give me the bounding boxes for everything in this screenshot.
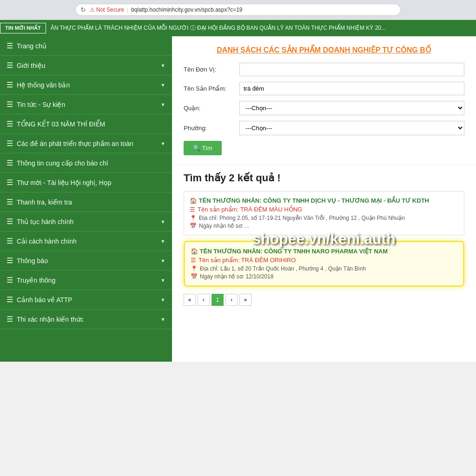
page-current-btn[interactable]: 1: [212, 294, 224, 306]
sidebar-item-3[interactable]: ☰ Tin tức - Sự kiện ▼: [0, 95, 172, 114]
sidebar-item-12[interactable]: ☰ Truyền thông ▼: [0, 271, 172, 290]
sidebar-item-left-12: ☰ Truyền thông: [7, 276, 55, 284]
don-vi-row: Tên Đơn Vị:: [184, 63, 464, 76]
sidebar-item-left-0: ☰ Trang chủ: [7, 41, 46, 50]
menu-icon-9: ☰: [7, 217, 13, 226]
sidebar-item-7[interactable]: ☰ Thư mời - Tài liệu Hội nghị, Họp: [0, 173, 172, 192]
chevron-icon-3: ▼: [160, 102, 165, 107]
pagination: « ‹ 1 › »: [184, 294, 464, 306]
sidebar-item-1[interactable]: ☰ Giới thiệu ▼: [0, 56, 172, 75]
result-product-0: ☰ Tên sản phẩm: TRÀ ĐÊM MÀU HỒNG: [190, 206, 458, 213]
sidebar-item-left-4: ☰ TỔNG KẾT 03 NĂM THÍ ĐIỂM: [7, 119, 105, 128]
sidebar-item-0[interactable]: ☰ Trang chủ: [0, 36, 172, 56]
menu-icon-13: ☰: [7, 295, 13, 304]
phuong-select[interactable]: ---Chọn---: [239, 121, 464, 135]
menu-icon-6: ☰: [7, 159, 13, 167]
sidebar-item-label-12: Truyền thông: [17, 277, 55, 284]
sidebar-item-11[interactable]: ☰ Thông báo ▼: [0, 251, 172, 271]
sidebar-item-5[interactable]: ☰ Các đề án phát triển thực phầm an toàn…: [0, 134, 172, 153]
san-pham-input[interactable]: [239, 82, 464, 95]
result-merchant-0: 🏠 TÊN THƯƠNG NHÂN: CÔNG TY TNHH DỊCH VỤ …: [190, 197, 458, 204]
sidebar-item-8[interactable]: ☰ Thanh tra, kiểm tra: [0, 192, 172, 212]
result-merchant-1: 🏠 TÊN THƯƠNG NHÂN: CÔNG TY TNHH NARO PHA…: [191, 248, 457, 255]
list-icon-0: ☰: [190, 206, 195, 213]
menu-icon-10: ☰: [7, 237, 13, 245]
result-card-1: 🏠 TÊN THƯƠNG NHÂN: CÔNG TY TNHH NARO PHA…: [184, 241, 464, 287]
sidebar-item-label-2: Hệ thống văn bản: [17, 81, 70, 89]
results-section: Tìm thấy 2 kết quả ! shopee.vn/keni.auth…: [172, 165, 476, 313]
sidebar-item-10[interactable]: ☰ Cải cách hành chính ▼: [0, 231, 172, 251]
page-last-btn[interactable]: »: [239, 294, 251, 306]
don-vi-input[interactable]: [239, 63, 464, 76]
menu-icon-1: ☰: [7, 61, 13, 70]
sidebar-item-left-8: ☰ Thanh tra, kiểm tra: [7, 198, 72, 206]
page-first-btn[interactable]: «: [184, 294, 196, 306]
chevron-icon-10: ▼: [160, 238, 165, 244]
search-button[interactable]: 🔍 Tìm: [184, 141, 222, 155]
sidebar-item-label-10: Cải cách hành chính: [17, 238, 77, 245]
cal-icon-1: 📅: [191, 273, 198, 280]
sidebar-item-left-2: ☰ Hệ thống văn bản: [7, 80, 70, 89]
main-layout: ☰ Trang chủ ☰ Giới thiệu ▼ ☰ Hệ thống vă…: [0, 36, 476, 362]
sidebar-item-13[interactable]: ☰ Cảnh báo về ATTP ▼: [0, 290, 172, 310]
quan-row: Quận: ---Chọn---: [184, 101, 464, 115]
chevron-icon-11: ▼: [160, 258, 165, 264]
sidebar-item-label-0: Trang chủ: [17, 42, 46, 50]
menu-icon-14: ☰: [7, 315, 13, 324]
sidebar-item-label-4: TỔNG KẾT 03 NĂM THÍ ĐIỂM: [17, 120, 105, 128]
menu-icon-11: ☰: [7, 256, 13, 265]
sidebar-item-label-14: Thi xác nhận kiến thức: [17, 316, 84, 323]
result-cards-container: 🏠 TÊN THƯƠNG NHÂN: CÔNG TY TNHH DỊCH VỤ …: [184, 191, 464, 287]
menu-icon-8: ☰: [7, 198, 13, 206]
result-address-0: 📍 Địa chỉ: Phòng 2.05, số 17-19-21 Nguyễ…: [190, 215, 458, 221]
sidebar-item-4[interactable]: ☰ TỔNG KẾT 03 NĂM THÍ ĐIỂM: [0, 114, 172, 134]
ticker-label: TIN MỚI NHẤT: [0, 23, 46, 33]
browser-chrome: ↻ ⚠ Not Secure | bqlattp.hochiminhcity.g…: [0, 0, 476, 20]
chevron-icon-5: ▼: [160, 141, 165, 146]
separator: |: [127, 7, 128, 13]
phuong-label: Phường:: [184, 125, 239, 132]
result-product-1: ☰ Tên sản phẩm: TRÀ ĐÊM ORIHIRO: [191, 257, 457, 264]
sidebar-item-6[interactable]: ☰ Thông tin cung cấp cho báo chí: [0, 153, 172, 173]
menu-icon-3: ☰: [7, 100, 13, 109]
content-area: DANH SÁCH CÁC SẢN PHẨM DOANH NGHIỆP TỰ C…: [172, 36, 476, 362]
page-next-btn[interactable]: ›: [225, 294, 238, 306]
sidebar-item-left-3: ☰ Tin tức - Sự kiện: [7, 100, 65, 109]
menu-icon-12: ☰: [7, 276, 13, 284]
results-wrapper: Tìm thấy 2 kết quả ! shopee.vn/keni.auth…: [184, 172, 464, 306]
sidebar-item-label-9: Thủ tục hành chính: [17, 218, 73, 225]
list-icon-1: ☰: [191, 257, 196, 264]
chevron-icon-12: ▼: [160, 278, 165, 283]
phuong-row: Phường: ---Chọn---: [184, 121, 464, 135]
result-card-0: 🏠 TÊN THƯƠNG NHÂN: CÔNG TY TNHH DỊCH VỤ …: [184, 191, 464, 235]
chevron-icon-14: ▼: [160, 317, 165, 322]
sidebar-item-label-3: Tin tức - Sự kiện: [17, 101, 65, 108]
sidebar-item-14[interactable]: ☰ Thi xác nhận kiến thức ▼: [0, 310, 172, 329]
page-prev-btn[interactable]: ‹: [198, 294, 210, 306]
san-pham-row: Tên Sản Phẩm:: [184, 82, 464, 95]
not-secure-indicator: ⚠ Not Secure: [90, 7, 124, 13]
menu-icon-5: ☰: [7, 139, 13, 148]
menu-icon-0: ☰: [7, 41, 13, 50]
home-icon-1: 🏠: [191, 248, 198, 255]
sidebar-item-label-11: Thông báo: [17, 257, 48, 264]
url-display[interactable]: bqlattp.hochiminhcity.gov.vn/spcb.aspx?c…: [131, 7, 242, 13]
chevron-icon-13: ▼: [160, 297, 165, 303]
sidebar-item-label-7: Thư mời - Tài liệu Hội nghị, Họp: [17, 179, 112, 186]
refresh-icon[interactable]: ↻: [80, 6, 86, 13]
menu-icon-7: ☰: [7, 178, 13, 187]
quan-label: Quận:: [184, 105, 239, 112]
ticker-text: ĂN THỰC PHẨM LÀ TRÁCH NHIỆM CỦA MỖI NGƯỜ…: [51, 24, 404, 32]
form-section: DANH SÁCH CÁC SẢN PHẨM DOANH NGHIỆP TỰ C…: [172, 36, 476, 165]
sidebar-item-label-8: Thanh tra, kiểm tra: [17, 198, 72, 206]
result-date-0: 📅 Ngày nhận hồ sơ: ...: [190, 223, 458, 229]
sidebar-item-2[interactable]: ☰ Hệ thống văn bản ▼: [0, 75, 172, 95]
sidebar-item-9[interactable]: ☰ Thủ tục hành chính ▼: [0, 212, 172, 231]
result-date-1: 📅 Ngày nhận hồ sơ: 12/10/2018: [191, 273, 457, 280]
san-pham-label: Tên Sản Phẩm:: [184, 85, 239, 92]
quan-select[interactable]: ---Chọn---: [239, 101, 464, 115]
warning-icon: ⚠: [90, 7, 95, 13]
sidebar-item-left-5: ☰ Các đề án phát triển thực phầm an toàn: [7, 139, 133, 148]
not-secure-label: Not Secure: [96, 7, 124, 13]
sidebar-item-left-13: ☰ Cảnh báo về ATTP: [7, 295, 73, 304]
